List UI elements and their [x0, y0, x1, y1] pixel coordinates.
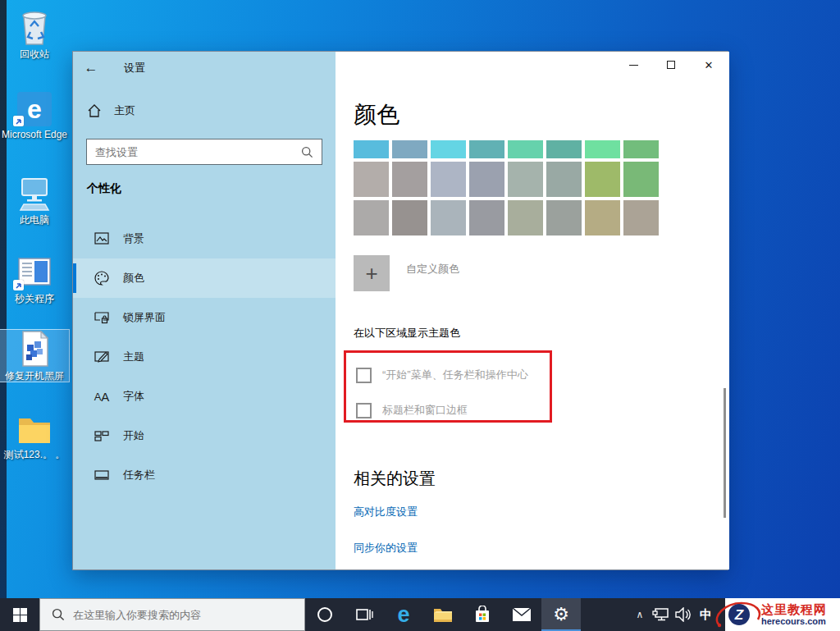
window-controls: ✕	[614, 52, 728, 78]
desktop-icon-app[interactable]: 秒关程序	[0, 253, 69, 304]
settings-taskbar-button[interactable]: ⚙	[541, 598, 581, 631]
color-swatch[interactable]	[508, 162, 543, 197]
close-button[interactable]: ✕	[690, 52, 728, 78]
back-arrow-icon: ←	[84, 60, 98, 76]
system-tray: ∧ 中	[629, 598, 719, 631]
page-title: 颜色	[354, 99, 729, 130]
settings-sidebar: ← 设置 主页 个性化 背景	[73, 52, 336, 569]
color-swatch[interactable]	[508, 200, 543, 235]
edge-icon: e	[0, 89, 69, 126]
color-swatch[interactable]	[469, 200, 504, 235]
related-settings-heading: 相关的设置	[354, 468, 729, 490]
color-swatch[interactable]	[508, 140, 543, 158]
sidebar-item-fonts[interactable]: AA 字体	[73, 377, 336, 416]
sidebar-item-taskbar[interactable]: 任务栏	[73, 455, 336, 495]
settings-search-input[interactable]	[87, 146, 301, 158]
desktop-icon-edge[interactable]: e Microsoft Edge	[0, 89, 69, 140]
file-explorer-button[interactable]	[423, 598, 463, 631]
checkbox[interactable]	[356, 403, 372, 418]
checkbox-row-titlebars[interactable]: 标题栏和窗口边框	[356, 400, 550, 421]
maximize-icon	[667, 61, 675, 69]
red-highlight-box: “开始”菜单、任务栏和操作中心 标题栏和窗口边框	[344, 350, 552, 423]
color-swatch[interactable]	[546, 200, 582, 235]
desktop-icon-recycle-bin[interactable]: 回收站	[0, 8, 69, 60]
color-swatch[interactable]	[623, 200, 659, 235]
color-swatch[interactable]	[431, 200, 466, 235]
color-swatch[interactable]	[431, 140, 466, 158]
edge-icon: e	[397, 604, 409, 626]
color-swatch[interactable]	[392, 140, 427, 158]
scrollbar-thumb[interactable]	[724, 388, 726, 518]
high-contrast-link[interactable]: 高对比度设置	[354, 505, 729, 519]
color-swatch[interactable]	[623, 140, 659, 158]
custom-color-label: 自定义颜色	[406, 262, 459, 277]
edge-taskbar-button[interactable]: e	[384, 598, 423, 631]
taskbar-search-box[interactable]	[39, 598, 305, 631]
color-swatch[interactable]	[546, 140, 582, 158]
sidebar-item-label: 字体	[123, 389, 144, 404]
store-button[interactable]	[463, 598, 502, 631]
checkbox-label: “开始”菜单、任务栏和操作中心	[382, 368, 528, 382]
lockscreen-icon	[94, 309, 110, 326]
search-icon[interactable]	[301, 146, 322, 158]
settings-search-box[interactable]	[86, 139, 322, 165]
color-swatch[interactable]	[585, 200, 620, 235]
desktop-icon-label: 测试123.。 。	[0, 449, 69, 460]
settings-content: 颜色	[336, 52, 729, 569]
background-icon	[94, 231, 110, 247]
tray-chevron-button[interactable]: ∧	[629, 609, 651, 620]
sidebar-item-lockscreen[interactable]: 锁屏界面	[73, 298, 336, 337]
color-swatch[interactable]	[354, 162, 389, 197]
volume-tray-button[interactable]	[672, 607, 693, 622]
minimize-icon	[629, 65, 638, 66]
color-swatch[interactable]	[392, 200, 427, 235]
task-view-button[interactable]	[345, 598, 384, 631]
desktop-icon-label: 秒关程序	[0, 293, 69, 304]
sidebar-item-background[interactable]: 背景	[73, 219, 336, 258]
minimize-button[interactable]	[614, 52, 652, 78]
maximize-button[interactable]	[652, 52, 690, 78]
taskbar-search-input[interactable]	[73, 609, 304, 621]
checkbox[interactable]	[356, 368, 372, 383]
this-pc-icon	[0, 174, 69, 212]
custom-color-button[interactable]: +	[354, 255, 390, 291]
sync-settings-link[interactable]: 同步你的设置	[354, 541, 729, 556]
sidebar-item-colors[interactable]: 颜色	[73, 258, 336, 298]
desktop-icon-folder[interactable]: 测试123.。 。	[0, 409, 69, 460]
network-icon	[652, 607, 670, 622]
sidebar-item-label: 颜色	[123, 271, 144, 286]
cortana-button[interactable]	[305, 598, 345, 631]
accent-color-grid	[354, 140, 659, 235]
color-swatch[interactable]	[354, 140, 389, 158]
home-icon	[86, 103, 103, 119]
color-swatch[interactable]	[585, 162, 620, 197]
watermark-site-url: herecours.com	[761, 616, 827, 626]
desktop-icon-reg-file[interactable]: 修复开机黑屏	[0, 330, 69, 382]
color-swatch[interactable]	[469, 140, 504, 158]
registry-file-icon	[0, 330, 69, 368]
color-swatch[interactable]	[354, 200, 389, 235]
back-button[interactable]: ←	[73, 52, 109, 85]
desktop-icon-this-pc[interactable]: 此电脑	[0, 174, 69, 226]
search-icon	[52, 608, 65, 621]
color-swatch[interactable]	[392, 162, 427, 197]
sidebar-item-home[interactable]: 主页	[86, 103, 135, 119]
cortana-icon	[317, 606, 333, 623]
sidebar-item-label: 任务栏	[123, 468, 155, 482]
recycle-bin-icon	[0, 8, 69, 46]
network-tray-button[interactable]	[651, 607, 672, 622]
mail-button[interactable]	[502, 598, 541, 631]
color-swatch[interactable]	[469, 162, 504, 197]
chevron-up-icon: ∧	[637, 609, 644, 620]
start-button[interactable]	[0, 598, 39, 631]
color-swatch[interactable]	[546, 162, 582, 197]
color-swatch[interactable]	[431, 162, 466, 197]
color-swatch[interactable]	[585, 140, 620, 158]
color-swatch[interactable]	[623, 162, 659, 197]
checkbox-row-start-taskbar[interactable]: “开始”菜单、任务栏和操作中心	[356, 364, 550, 386]
sidebar-item-start[interactable]: 开始	[73, 416, 336, 455]
close-icon: ✕	[705, 59, 714, 71]
desktop-icon-label: 修复开机黑屏	[0, 370, 69, 382]
sidebar-item-themes[interactable]: 主题	[73, 337, 336, 377]
shortcut-arrow-icon	[13, 116, 24, 126]
